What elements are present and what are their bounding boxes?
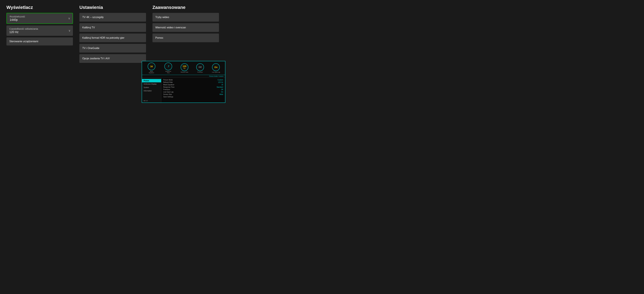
czestotliwosc-label: Częstotliwość odświeżania <box>9 28 70 30</box>
col-wyswietlacz: Wyświetlacz Rozdzielczość 1440p ∨ Często… <box>6 5 73 98</box>
menu-item-czestotliwosc[interactable]: Częstotliwość odświeżania 120 Hz ∨ <box>6 26 73 36</box>
czestotliwosc-value: 120 Hz <box>9 31 70 34</box>
gauge-circle-refresh-rate: 120 Hz <box>181 63 188 71</box>
gauge-black-equalizer: 16 Black Equalizer <box>147 63 156 74</box>
col3-title: Zaawansowane <box>152 5 219 10</box>
row-value-low-input: On <box>221 91 223 93</box>
row-value-picture-mode: Custom <box>218 79 223 81</box>
opcje-zasilania-label: Opcje zasilania TV i A/V <box>82 57 110 60</box>
gauge-label-low-input-lag: Low Input Lag <box>212 71 220 73</box>
row-label-black-eq: Black Equalizer <box>163 84 174 86</box>
sidebar-item-system[interactable]: System <box>142 86 161 89</box>
menu-item-kalibruj-tv[interactable]: Kalibruj TV <box>79 23 146 32</box>
monitor-row-save-settings[interactable]: Save Settings <box>163 96 223 98</box>
monitor-content: Picture Mode Custom Refresh Rate 120 Hz … <box>161 78 225 103</box>
monitor-row-black-eq: Black Equalizer 16 <box>163 84 223 86</box>
monitor-overlay: 16 Black Equalizer ↗ Response Time 120 H… <box>142 61 226 103</box>
row-value-screen-size: Wide <box>220 94 223 95</box>
gauge-low-input-lag: On Low Input Lag <box>212 63 220 73</box>
kalibruj-tv-label: Kalibruj TV <box>82 26 95 29</box>
sterowanie-label: Sterowanie urządzeniami <box>9 40 70 43</box>
menu-item-sterowanie[interactable]: Sterowanie urządzeniami <box>6 37 73 46</box>
tvoneguide-label: TV i OneGuide <box>82 47 99 50</box>
gauge-response-time: ↗ Response Time <box>164 63 173 74</box>
czestotliwosc-chevron-icon: ∨ <box>68 29 70 32</box>
monitor-top-bar: 16 Black Equalizer ↗ Response Time 120 H… <box>142 61 225 75</box>
monitor-row-screen-size: Screen Size Wide <box>163 94 223 95</box>
gauge-circle-freesync: Off <box>196 63 204 71</box>
footer-exit-label: Exit <box>146 100 148 102</box>
gauge-arc-response-time: ↗ <box>164 63 172 70</box>
gauge-value-refresh-rate: 120 <box>182 65 186 68</box>
row-label-refresh-rate: Refresh Rate <box>163 81 173 83</box>
menu-item-tryby-wideo[interactable]: Tryby wideo <box>152 13 219 22</box>
menu-item-opcje-zasilania[interactable]: Opcje zasilania TV i A/V <box>79 54 146 63</box>
tv4k-label: TV 4K – szczegóły <box>82 16 104 19</box>
row-label-picture-mode: Picture Mode <box>163 79 173 81</box>
row-value-response-time: Standard <box>216 86 223 88</box>
exit-icon: ⊕ <box>144 100 145 102</box>
gauge-value-low-input-lag: On <box>214 66 218 69</box>
row-label-save-settings: Save Settings <box>163 96 173 98</box>
gauge-label-response-time: Response Time <box>164 71 173 74</box>
col2-title: Ustawienia <box>79 5 146 10</box>
monitor-row-refresh-rate: Refresh Rate 120 Hz <box>163 81 223 83</box>
wiernosc-label: Wierność wideo i overscan <box>155 26 186 29</box>
menu-item-tvoneguide[interactable]: TV i OneGuide <box>79 44 146 53</box>
monitor-body: Picture OnScreen Display System Informat… <box>142 78 225 103</box>
row-value-freesync: Off <box>221 89 223 90</box>
monitor-footer: ⊕ Exit <box>144 100 148 102</box>
sidebar-item-onscreen[interactable]: OnScreen Display <box>142 82 161 86</box>
menu-item-kalibruj-hdr[interactable]: Kalibruj format HDR na potrzeby gier <box>79 34 146 42</box>
rozdzielczosc-value: 1440p <box>10 18 70 22</box>
row-value-black-eq: 16 <box>222 84 223 86</box>
menu-item-pomoc[interactable]: Pomoc <box>152 34 219 42</box>
gauge-refresh-rate: 120 Hz Refresh Rate <box>181 63 188 73</box>
gauge-value-freesync: Off <box>199 66 202 68</box>
menu-item-tv4k[interactable]: TV 4K – szczegóły <box>79 13 146 22</box>
row-label-screen-size: Screen Size <box>163 94 172 95</box>
gauge-label-freesync: FreeSync <box>198 71 203 73</box>
needle-icon: ↗ <box>166 64 170 69</box>
gauge-value-black-equalizer: 16 <box>150 65 153 68</box>
gauge-circle-low-input-lag: On <box>212 63 220 71</box>
gauge-freesync: Off FreeSync <box>196 63 204 73</box>
kalibruj-hdr-label: Kalibruj format HDR na potrzeby gier <box>82 37 124 39</box>
row-label-freesync: FreeSync <box>163 89 170 90</box>
menu-item-wiernosc[interactable]: Wierność wideo i overscan <box>152 23 219 32</box>
picture-mode-value: Custom <box>218 75 224 77</box>
rozdzielczosc-label: Rozdzielczość <box>10 15 70 18</box>
picture-mode-bar: Picture Mode: Custom <box>142 75 225 78</box>
sidebar-item-information[interactable]: Information <box>142 89 161 93</box>
monitor-row-low-input: Low Input Lag On <box>163 91 223 93</box>
gauge-circle-black-equalizer: 16 <box>148 63 155 70</box>
col-ustawienia: Ustawienia TV 4K – szczegóły Kalibruj TV… <box>79 5 146 98</box>
gauge-label-refresh-rate: Refresh Rate <box>181 71 188 73</box>
row-label-low-input: Low Input Lag <box>163 91 174 93</box>
monitor-sidebar: Picture OnScreen Display System Informat… <box>142 78 161 103</box>
monitor-row-picture-mode: Picture Mode Custom <box>163 79 223 81</box>
tryby-wideo-label: Tryby wideo <box>155 16 169 19</box>
sidebar-item-picture[interactable]: Picture <box>142 79 161 82</box>
menu-item-rozdzielczosc[interactable]: Rozdzielczość 1440p ∨ <box>6 13 73 24</box>
row-label-response-time: Response Time <box>163 86 174 88</box>
pomoc-label: Pomoc <box>155 37 164 39</box>
rozdzielczosc-chevron-icon: ∨ <box>68 17 70 20</box>
picture-mode-label: Picture Mode: <box>209 75 218 77</box>
gauge-subvalue-refresh-rate: Hz <box>184 68 186 69</box>
col1-title: Wyświetlacz <box>6 5 73 10</box>
gauge-label-black-equalizer: Black Equalizer <box>147 71 156 74</box>
row-value-refresh-rate: 120 Hz <box>218 81 223 83</box>
monitor-row-response-time: Response Time Standard <box>163 86 223 88</box>
monitor-row-freesync: FreeSync Off <box>163 89 223 90</box>
